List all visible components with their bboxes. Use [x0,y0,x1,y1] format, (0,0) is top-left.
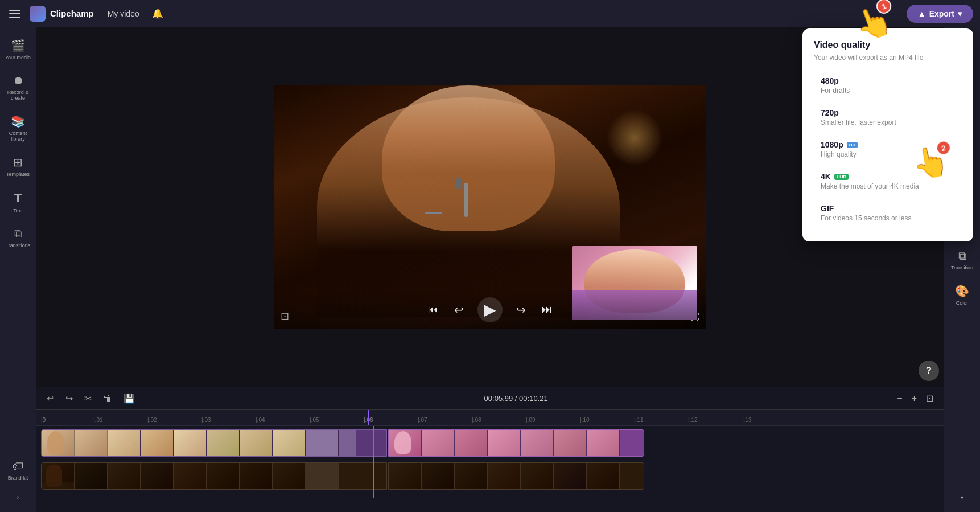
quality-option-gif[interactable]: GIF For videos 15 seconds or less [814,198,962,228]
save-button[interactable]: 💾 [120,391,138,406]
total-time: 00:10.21 [519,394,548,403]
ruler-mark-8: |:08 [472,417,481,423]
zoom-in-button[interactable]: + [908,391,920,406]
ruler-mark-5: |:05 [310,417,319,423]
quality-title: Video quality [814,40,962,50]
quality-option-1080p[interactable]: 1080p HD High quality [814,134,962,164]
quality-desc-720p: Smaller file, faster export [821,118,955,126]
transitions-icon: ⧉ [14,227,22,240]
quality-desc-gif: For videos 15 seconds or less [821,214,955,222]
timeline-time: 00:05.99 / 00:10.21 [143,394,889,403]
undo-button[interactable]: ↩ [43,391,57,406]
help-button[interactable]: ? [919,361,939,381]
brand-kit-icon: 🏷 [13,460,24,473]
sidebar-label-transitions: Transitions [6,243,31,248]
redo-button[interactable]: ↪ [62,391,76,406]
zoom-out-button[interactable]: − [893,391,905,406]
sidebar-item-your-media[interactable]: 🎬 Your media [2,33,34,66]
ruler-mark-13: |:13 [742,417,752,423]
sidebar-item-collapse[interactable]: › [2,489,34,506]
transition-icon: ⧉ [958,249,966,263]
track-row-1 [41,429,939,459]
topbar: Clipchamp My video 🔔 ▲ Export ▾ [0,0,980,27]
chevron-down-icon: ▾ [961,494,963,501]
sidebar-item-record-create[interactable]: ⏺ Record &create [2,68,34,107]
right-panel-item-transition[interactable]: ⧉ Transition [946,244,978,276]
quality-option-4k[interactable]: 4K UHD Make the most of your 4K media [814,166,962,196]
crop-button[interactable]: ⊡ [281,310,289,322]
sidebar-label-record-create: Record &create [7,89,29,101]
ruler-mark-0: |0 [41,417,46,423]
rewind-5s-button[interactable]: ↩ [452,301,466,319]
quality-desc-4k: Make the most of your 4K media [821,182,955,190]
text-icon: T [14,191,22,206]
sidebar-item-transitions[interactable]: ⧉ Transitions [2,222,34,254]
timeline-ruler[interactable]: |0 |:01 |:02 |:03 |:04 |:05 |:06 |:07 |:… [36,410,944,426]
rewind-to-start-button[interactable]: ⏮ [426,301,440,318]
skip-to-end-button[interactable]: ⏭ [540,301,554,318]
video-controls: ⏮ ↩ ▶ ↪ ⏭ [274,290,706,329]
ruler-mark-12: |:12 [688,417,698,423]
timeline-area: ↩ ↪ ✂ 🗑 💾 00:05.99 / 00:10.21 − + ⊡ [36,387,944,512]
timeline-toolbar: ↩ ↪ ✂ 🗑 💾 00:05.99 / 00:10.21 − + ⊡ [36,387,944,410]
quality-popup: Video quality Your video will export as … [802,28,973,241]
sidebar-item-brand-kit[interactable]: 🏷 Brand kit [2,454,34,486]
quality-desc-1080p: High quality [821,150,955,158]
ruler-mark-9: |:09 [526,417,536,423]
tracks-wrapper [36,426,944,498]
fullscreen-button[interactable]: ⛶ [690,312,699,322]
your-media-icon: 🎬 [11,39,25,52]
track-row-2 [41,462,939,492]
track-content-1[interactable] [41,429,939,457]
export-chevron-icon: ▾ [958,9,962,18]
notifications-icon[interactable]: 🔔 [149,5,167,23]
templates-icon: ⊞ [13,155,23,169]
forward-5s-button[interactable]: ↪ [514,301,528,319]
quality-name-1080p: 1080p HD [821,140,955,149]
sidebar-item-templates[interactable]: ⊞ Templates [2,150,34,183]
time-separator: / [515,394,519,403]
video-title[interactable]: My video [103,7,144,21]
quality-name-4k: 4K UHD [821,172,955,181]
content-library-icon: 📚 [11,114,25,128]
hd-badge: HD [847,142,858,148]
right-panel-item-color[interactable]: 🎨 Color [946,278,978,312]
ruler-mark-4: |:04 [256,417,265,423]
cut-button[interactable]: ✂ [81,391,95,406]
ruler-mark-1: |:01 [93,417,103,423]
current-time: 00:05.99 [484,394,513,403]
color-label: Color [956,300,969,306]
video-canvas: ⏮ ↩ ▶ ↪ ⏭ ⊡ ⛶ [274,85,706,329]
play-pause-button[interactable]: ▶ [477,297,503,322]
sidebar-item-content-library[interactable]: 📚 Content library [2,109,34,148]
export-icon: ▲ [918,9,926,18]
sidebar-item-text[interactable]: T Text [2,185,34,219]
ruler-mark-11: |:11 [634,417,644,423]
quality-name-480p: 480p [821,76,955,85]
right-panel-expand[interactable]: ▾ [946,489,978,506]
sidebar-label-content-library: Content library [5,130,32,142]
track-content-2[interactable] [41,462,939,490]
menu-button[interactable] [7,5,25,23]
ruler-mark-2: |:02 [147,417,157,423]
quality-option-720p[interactable]: 720p Smaller file, faster export [814,103,962,132]
left-sidebar: 🎬 Your media ⏺ Record &create 📚 Content … [0,27,36,512]
ruler-mark-10: |:10 [580,417,590,423]
fit-zoom-button[interactable]: ⊡ [923,391,937,406]
delete-button[interactable]: 🗑 [100,391,116,406]
collapse-icon: › [17,494,19,501]
record-create-icon: ⏺ [13,74,24,87]
app-name: Clipchamp [50,9,94,18]
sidebar-label-templates: Templates [6,171,30,177]
ruler-mark-3: |:03 [201,417,211,423]
color-icon: 🎨 [955,284,969,298]
export-button[interactable]: ▲ Export ▾ [907,5,973,23]
app-logo: Clipchamp [30,6,94,22]
sidebar-label-your-media: Your media [5,55,31,60]
quality-option-480p[interactable]: 480p For drafts [814,71,962,100]
ruler-mark-7: |:07 [418,417,427,423]
logo-icon [30,6,46,22]
sidebar-label-text: Text [13,208,23,214]
question-mark-icon: ? [926,366,932,376]
playhead-ruler [368,410,369,425]
